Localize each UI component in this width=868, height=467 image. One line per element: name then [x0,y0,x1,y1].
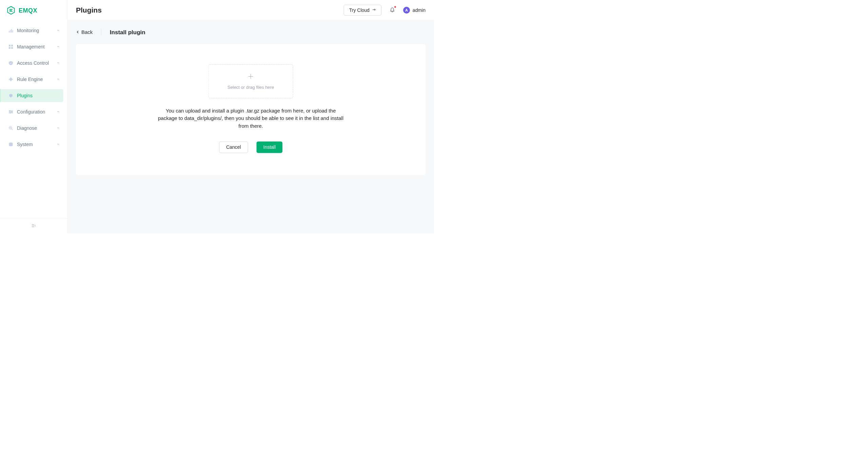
svg-rect-13 [11,81,11,81]
logo[interactable]: EMQX [0,0,67,21]
svg-rect-6 [13,30,13,33]
page-title: Plugins [76,6,344,14]
divider [101,29,101,36]
chevron-left-icon [76,29,80,35]
page-subtitle: Install plugin [110,29,145,36]
upload-text: Select or drag files here [228,84,274,90]
configuration-icon [8,109,14,115]
svg-rect-9 [9,47,11,49]
system-icon [8,142,14,147]
try-cloud-button[interactable]: Try Cloud [344,5,381,16]
page-header: Back Install plugin [76,29,426,36]
svg-line-26 [12,129,13,130]
svg-rect-12 [11,77,11,78]
svg-rect-7 [9,45,11,46]
help-text: You can upload and install a plugin .tar… [158,107,344,130]
content: Back Install plugin Select or drag files… [67,20,434,234]
diagnose-icon [8,125,14,131]
avatar: A [403,7,410,14]
svg-rect-4 [10,30,11,33]
arrow-right-icon [372,7,376,13]
svg-point-24 [10,113,11,114]
monitoring-icon [8,28,14,33]
button-row: Cancel Install [219,142,282,153]
sidebar-item-configuration[interactable]: Configuration [4,105,63,118]
svg-rect-3 [9,31,9,33]
install-card: Select or drag files here You can upload… [76,44,426,175]
sidebar-item-management[interactable]: Management [4,40,63,53]
back-label: Back [81,29,93,35]
install-button[interactable]: Install [257,142,283,153]
sidebar-item-label: Access Control [17,60,57,66]
username: admin [413,7,426,13]
sidebar-item-access-control[interactable]: Access Control [4,57,63,69]
access-control-icon [8,60,14,66]
notification-dot [394,6,396,8]
svg-rect-14 [9,79,9,80]
try-cloud-label: Try Cloud [349,7,370,13]
svg-rect-21 [9,113,13,113]
header: Plugins Try Cloud A admin [67,0,434,20]
notifications-button[interactable] [388,6,396,15]
sidebar-item-label: Rule Engine [17,77,57,82]
svg-rect-8 [11,45,13,46]
chevron-down-icon [57,45,60,49]
sidebar-item-label: Management [17,44,57,49]
sidebar-item-label: System [17,142,57,147]
svg-point-22 [9,110,11,111]
sidebar-collapse-button[interactable] [0,218,67,234]
chevron-down-icon [57,77,60,81]
chevron-down-icon [57,126,60,130]
chevron-down-icon [57,28,60,33]
cancel-button[interactable]: Cancel [219,142,248,153]
user-menu[interactable]: A admin [403,7,426,14]
sidebar-item-rule-engine[interactable]: Rule Engine [4,73,63,86]
sidebar-item-label: Monitoring [17,28,57,33]
chevron-down-icon [57,110,60,114]
svg-point-11 [9,78,12,81]
svg-rect-10 [11,47,13,49]
sidebar-item-diagnose[interactable]: Diagnose [4,122,63,135]
brand-logo-icon [7,6,15,15]
chevron-down-icon [57,142,60,146]
main: Plugins Try Cloud A admin [67,0,434,234]
sidebar-item-label: Diagnose [17,125,57,131]
sidebar-item-monitoring[interactable]: Monitoring [4,24,63,37]
plus-icon [248,73,254,80]
bell-icon [390,10,395,13]
sidebar-item-label: Configuration [17,109,57,115]
sidebar-item-system[interactable]: System [4,138,63,151]
svg-rect-5 [11,29,12,33]
sidebar-item-plugins[interactable]: Plugins [0,89,63,102]
management-icon [8,44,14,49]
svg-point-23 [12,111,13,113]
rule-engine-icon [8,77,14,82]
plugins-icon [8,93,14,98]
collapse-icon [31,223,36,229]
brand-name: EMQX [19,7,37,14]
nav: Monitoring Management Access Control [0,21,67,218]
chevron-down-icon [57,61,60,65]
sidebar-item-label: Plugins [17,93,60,98]
svg-rect-15 [12,79,13,80]
back-button[interactable]: Back [76,29,93,35]
sidebar: EMQX Monitoring Management [0,0,67,234]
upload-dropzone[interactable]: Select or drag files here [209,64,293,98]
